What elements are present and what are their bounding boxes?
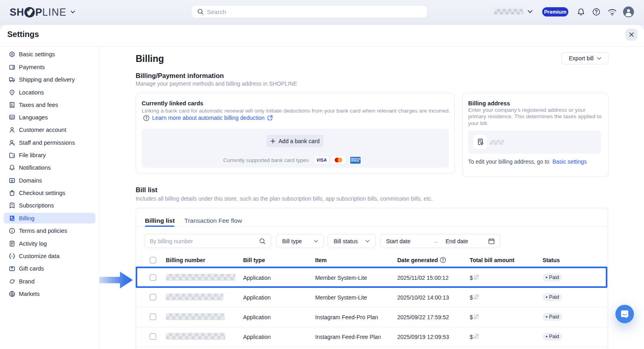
svg-text:A: A xyxy=(11,255,13,257)
svg-text:EN: EN xyxy=(10,116,14,119)
